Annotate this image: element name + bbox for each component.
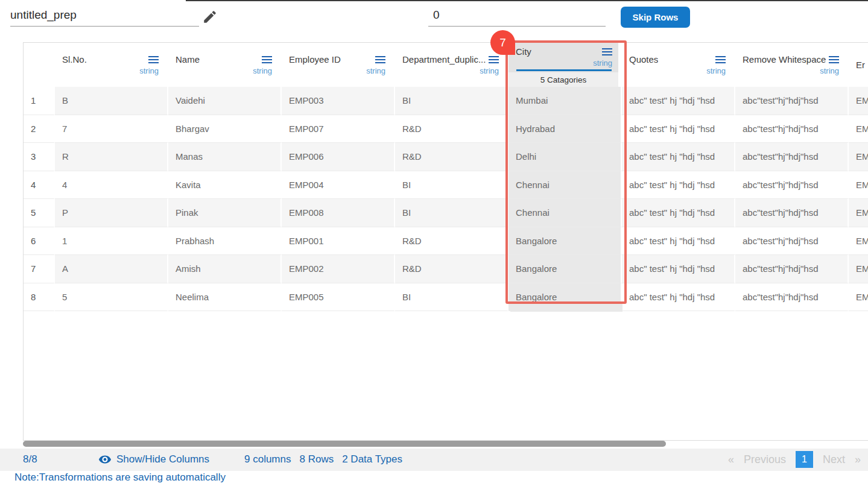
table-cell-name: Manas — [168, 143, 282, 171]
table-cell-remove-whitespace: abc"test"hj"hdj"hsd — [735, 115, 849, 144]
table-cell-city: Bangalore — [508, 227, 622, 256]
table-cell-quotes: abc" test" hj "hdj "hsd — [622, 283, 735, 312]
table-cell-name: Kavita — [168, 171, 282, 200]
table-cell-city: Chennai — [508, 171, 622, 200]
table-cell-sl-no: 5 — [55, 283, 168, 312]
data-table: Sl.No.stringNamestringEmployee IDstringD… — [23, 42, 868, 441]
column-type-label: string — [62, 66, 159, 75]
rows-count-link[interactable]: 8 Rows — [299, 453, 334, 465]
table-cell-quotes: abc" test" hj "hdj "hsd — [622, 255, 735, 283]
eye-icon — [98, 453, 112, 466]
table-cell-department-duplic: BI — [395, 171, 508, 200]
table-cell-department-duplic: R&D — [395, 143, 508, 171]
column-header-quotes[interactable]: Quotesstring — [622, 43, 735, 87]
table-cell-er: EM — [849, 255, 868, 283]
table-cell-name: Bhargav — [168, 115, 282, 144]
column-menu-icon[interactable] — [148, 56, 159, 63]
table-cell-sl-no: 4 — [55, 171, 168, 200]
column-header-remove-whitespace[interactable]: Remove Whitespacestring — [735, 43, 849, 87]
column-menu-icon[interactable] — [602, 48, 612, 55]
table-cell-remove-whitespace: abc"test"hj"hdj"hsd — [735, 171, 849, 200]
table-cell-remove-whitespace: abc"test"hj"hdj"hsd — [735, 255, 849, 283]
data-types-link[interactable]: 2 Data Types — [342, 453, 402, 465]
column-name: Name — [176, 54, 200, 65]
autosave-note: Note:Transformations are saving automati… — [14, 472, 226, 484]
prep-name-input[interactable]: untitled_prep — [10, 4, 199, 27]
column-name: Er — [856, 60, 865, 70]
column-menu-icon[interactable] — [715, 56, 726, 63]
current-page-button[interactable]: 1 — [796, 451, 813, 468]
table-cell-remove-whitespace: abc"test"hj"hdj"hsd — [735, 199, 849, 227]
column-name: Employee ID — [289, 54, 341, 65]
table-cell-employee-id: EMP002 — [282, 255, 395, 283]
footer-bar: 8/8 Show/Hide Columns 9 columns 8 Rows 2… — [0, 449, 868, 471]
table-cell-quotes: abc" test" hj "hdj "hsd — [622, 227, 735, 256]
table-cell-sl-no: A — [55, 255, 168, 283]
column-name: Sl.No. — [62, 54, 87, 65]
table-cell-quotes: abc" test" hj "hdj "hsd — [622, 199, 735, 227]
table-cell-city: Mumbai — [508, 87, 622, 115]
skip-rows-button[interactable]: Skip Rows — [621, 7, 690, 28]
first-page-arrow[interactable]: « — [728, 453, 734, 466]
table-cell-department-duplic: BI — [395, 283, 508, 312]
table-cell-remove-whitespace: abc"test"hj"hdj"hsd — [735, 283, 849, 312]
top-divider — [186, 0, 868, 1]
column-menu-icon[interactable] — [375, 56, 385, 63]
table-cell-sl-no: P — [55, 199, 168, 227]
categories-count-label: 5 Catagories — [508, 72, 618, 87]
table-cell-sl-no: R — [55, 143, 168, 171]
table-cell-name: Neelima — [168, 283, 282, 312]
table-cell-name: Pinak — [168, 199, 282, 227]
table-cell-employee-id: EMP007 — [282, 115, 395, 144]
columns-count-link[interactable]: 9 columns — [244, 453, 291, 465]
table-cell-quotes: abc" test" hj "hdj "hsd — [622, 115, 735, 144]
row-number: 7 — [24, 255, 55, 283]
column-header-sl-no[interactable]: Sl.No.string — [55, 43, 168, 87]
previous-page-button[interactable]: Previous — [744, 453, 786, 466]
row-number: 8 — [24, 283, 55, 312]
row-number: 4 — [24, 171, 55, 200]
edit-name-button[interactable] — [202, 9, 218, 25]
column-name: Remove Whitespace — [743, 54, 826, 65]
table-cell-city: Hydrabad — [508, 115, 622, 144]
horizontal-scrollbar-thumb[interactable] — [23, 441, 666, 447]
pencil-icon — [202, 9, 218, 25]
table-cell-sl-no: B — [55, 87, 168, 115]
column-header-city[interactable]: Citystring5 Catagories — [508, 43, 622, 87]
last-page-arrow[interactable]: » — [855, 453, 861, 466]
column-header-name[interactable]: Namestring — [168, 43, 282, 87]
table-cell-sl-no: 7 — [55, 115, 168, 144]
row-number-header — [24, 43, 55, 87]
table-cell-quotes: abc" test" hj "hdj "hsd — [622, 143, 735, 171]
table-cell-employee-id: EMP004 — [282, 171, 395, 200]
row-number: 2 — [24, 115, 55, 144]
table-cell-remove-whitespace: abc"test"hj"hdj"hsd — [735, 143, 849, 171]
column-type-label: string — [289, 66, 385, 75]
show-hide-columns-button[interactable]: Show/Hide Columns — [98, 453, 209, 466]
table-cell-er: EM — [849, 171, 868, 200]
next-page-button[interactable]: Next — [823, 453, 845, 466]
column-name: Department_duplic... — [402, 54, 486, 65]
table-cell-er: EM — [849, 115, 868, 144]
table-cell-employee-id: EMP001 — [282, 227, 395, 256]
column-type-label: string — [629, 66, 726, 75]
visible-rows-count: 8/8 — [23, 453, 37, 465]
column-menu-icon[interactable] — [489, 56, 499, 63]
city-column-footer-patch — [510, 301, 622, 312]
column-header-employee-id[interactable]: Employee IDstring — [282, 43, 395, 87]
skip-rows-input[interactable]: 0 — [428, 4, 606, 27]
table-cell-er: EM — [849, 283, 868, 312]
horizontal-scrollbar-track[interactable] — [23, 441, 868, 447]
transformation-step-badge[interactable]: 7 — [490, 30, 515, 55]
column-menu-icon[interactable] — [262, 56, 272, 63]
table-cell-employee-id: EMP003 — [282, 87, 395, 115]
column-header-er[interactable]: Er — [849, 43, 868, 87]
column-menu-icon[interactable] — [829, 56, 839, 63]
category-fill-bar — [516, 69, 612, 71]
table-cell-remove-whitespace: abc"test"hj"hdj"hsd — [735, 227, 849, 256]
column-header-department-duplic[interactable]: Department_duplic...string — [395, 43, 508, 87]
table-cell-er: EM — [849, 143, 868, 171]
table-cell-name: Vaidehi — [168, 87, 282, 115]
table-cell-quotes: abc" test" hj "hdj "hsd — [622, 87, 735, 115]
table-cell-sl-no: 1 — [55, 227, 168, 256]
